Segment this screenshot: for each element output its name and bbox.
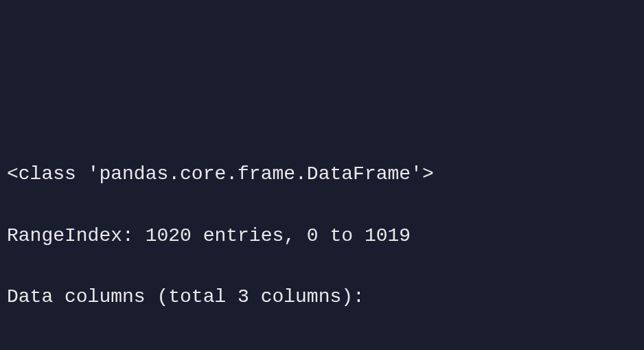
range-index-line: RangeIndex: 1020 entries, 0 to 1019 <box>7 221 637 252</box>
terminal-output: <class 'pandas.core.frame.DataFrame'> Ra… <box>7 128 637 350</box>
class-line: <class 'pandas.core.frame.DataFrame'> <box>7 159 637 190</box>
column-header-row: # Column Non-Null Count Dtype <box>7 344 637 350</box>
data-columns-header: Data columns (total 3 columns): <box>7 282 637 313</box>
